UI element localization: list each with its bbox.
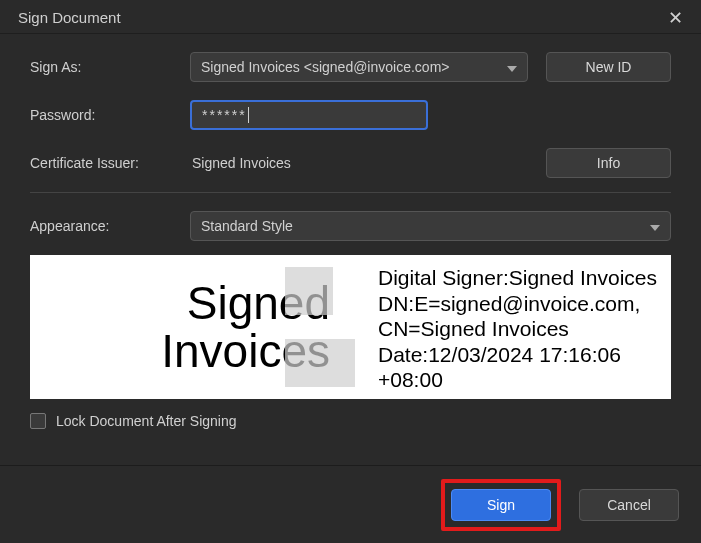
sign-as-select[interactable]: Signed Invoices <signed@invoice.com> (190, 52, 528, 82)
dialog-footer: Sign Cancel (0, 465, 701, 543)
titlebar: Sign Document ✕ (0, 0, 701, 34)
password-value: ****** (202, 107, 247, 123)
sign-button[interactable]: Sign (451, 489, 551, 521)
close-icon[interactable]: ✕ (662, 7, 689, 29)
preview-line-date: Date:12/03/2024 17:16:06 (378, 342, 661, 368)
appearance-value: Standard Style (201, 218, 293, 234)
sign-as-label: Sign As: (30, 59, 190, 75)
password-label: Password: (30, 107, 190, 123)
sign-as-value: Signed Invoices <signed@invoice.com> (201, 59, 449, 75)
new-id-button[interactable]: New ID (546, 52, 671, 82)
lock-checkbox[interactable] (30, 413, 46, 429)
preview-line-dn1: DN:E=signed@invoice.com, (378, 291, 661, 317)
lock-row: Lock Document After Signing (30, 413, 671, 429)
text-cursor (248, 107, 249, 123)
appearance-label: Appearance: (30, 218, 190, 234)
issuer-label: Certificate Issuer: (30, 155, 190, 171)
dialog-title: Sign Document (18, 9, 121, 26)
signature-preview: Signed Invoices Digital Signer:Signed In… (30, 255, 671, 399)
chevron-down-icon (507, 59, 517, 75)
sign-highlight: Sign (441, 479, 561, 531)
info-button[interactable]: Info (546, 148, 671, 178)
preview-line-dn2: CN=Signed Invoices (378, 316, 661, 342)
appearance-select[interactable]: Standard Style (190, 211, 671, 241)
issuer-row: Certificate Issuer: Signed Invoices Info (30, 148, 671, 178)
divider (30, 192, 671, 193)
password-row: Password: ****** (30, 100, 671, 130)
appearance-row: Appearance: Standard Style (30, 211, 671, 241)
preview-details: Digital Signer:Signed Invoices DN:E=sign… (340, 259, 661, 395)
issuer-value: Signed Invoices (190, 155, 546, 171)
cancel-button[interactable]: Cancel (579, 489, 679, 521)
sign-as-row: Sign As: Signed Invoices <signed@invoice… (30, 52, 671, 82)
dialog-content: Sign As: Signed Invoices <signed@invoice… (0, 34, 701, 439)
lock-label: Lock Document After Signing (56, 413, 237, 429)
chevron-down-icon (650, 218, 660, 234)
preview-line-signer: Digital Signer:Signed Invoices (378, 265, 661, 291)
password-input[interactable]: ****** (190, 100, 428, 130)
preview-line-tz: +08:00 (378, 367, 661, 393)
